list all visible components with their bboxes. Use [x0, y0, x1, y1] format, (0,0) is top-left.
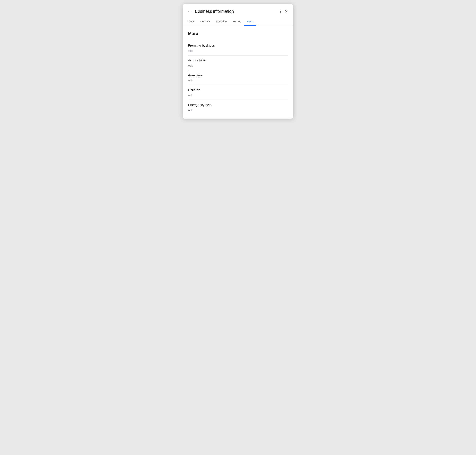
section-accessibility-add[interactable]: Add — [188, 64, 288, 67]
section-from-the-business-add[interactable]: Add — [188, 49, 288, 52]
section-children-title: Children — [188, 88, 288, 92]
close-button[interactable]: ✕ — [283, 8, 289, 15]
vertical-dots-icon — [280, 10, 281, 13]
tab-location[interactable]: Location — [213, 17, 230, 26]
dot-1 — [280, 10, 281, 10]
back-arrow-icon: ← — [188, 9, 192, 14]
section-amenities: Amenities Add — [188, 70, 288, 85]
section-amenities-title: Amenities — [188, 73, 288, 77]
section-amenities-add[interactable]: Add — [188, 79, 288, 82]
close-icon: ✕ — [285, 9, 288, 14]
tabs-container: About Contact Location Hours More — [183, 17, 293, 26]
section-emergency-help-add[interactable]: Add — [188, 108, 288, 112]
modal-header: ← Business information ✕ — [183, 4, 293, 15]
section-from-the-business-title: From the business — [188, 44, 288, 48]
section-main-title: More — [188, 31, 288, 36]
modal-title: Business information — [195, 9, 276, 14]
back-button[interactable]: ← — [187, 8, 193, 15]
business-info-modal: ← Business information ✕ About Contact L… — [183, 4, 293, 119]
section-emergency-help-title: Emergency help — [188, 103, 288, 107]
content-area: More From the business Add Accessibility… — [183, 26, 293, 119]
tab-hours[interactable]: Hours — [230, 17, 244, 26]
dot-3 — [280, 12, 281, 13]
section-children: Children Add — [188, 85, 288, 100]
header-actions: ✕ — [279, 8, 289, 15]
dot-2 — [280, 11, 281, 12]
tab-about[interactable]: About — [187, 17, 197, 26]
more-options-button[interactable] — [279, 8, 282, 15]
section-from-the-business: From the business Add — [188, 41, 288, 56]
section-accessibility: Accessibility Add — [188, 56, 288, 70]
tab-contact[interactable]: Contact — [197, 17, 213, 26]
section-accessibility-title: Accessibility — [188, 59, 288, 62]
tab-more[interactable]: More — [244, 17, 256, 26]
section-emergency-help: Emergency help Add — [188, 100, 288, 115]
section-children-add[interactable]: Add — [188, 94, 288, 97]
